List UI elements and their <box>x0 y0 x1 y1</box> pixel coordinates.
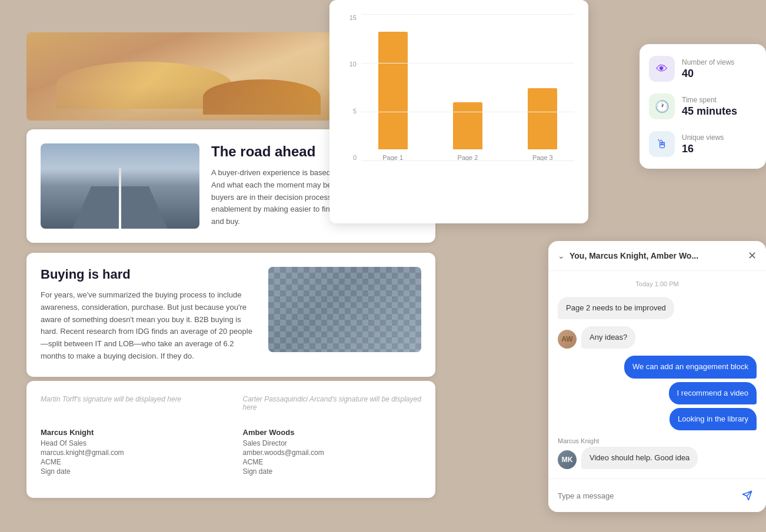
stats-panel: 👁 Number of views 40 🕐 Time spent 45 min… <box>640 44 766 169</box>
views-text: Number of views 40 <box>682 58 757 80</box>
sig2-placeholder: Carter Passaquindici Arcand's signature … <box>243 395 422 411</box>
chat-panel: ⌄ You, Marcus Knight, Amber Wo... ✕ Toda… <box>548 241 766 512</box>
sig1-date: Sign date <box>41 467 219 476</box>
chat-timestamp: Today 1:00 PM <box>558 280 757 287</box>
amber-avatar: AW <box>558 330 577 349</box>
bar-page1 <box>378 32 408 149</box>
time-text: Time spent 45 minutes <box>682 96 757 118</box>
chat-title: You, Marcus Knight, Amber Wo... <box>569 251 698 260</box>
chat-close-button[interactable]: ✕ <box>748 249 757 262</box>
buying-text: For years, we've summarized the buying p… <box>41 289 257 363</box>
signature-details-row: Marcus Knight Head Of Sales marcus.knigh… <box>41 428 421 477</box>
sig1-placeholder: Martin Torff's signature will be display… <box>41 395 219 411</box>
message-recommend-video: I recommend a video <box>669 382 757 404</box>
chat-header: ⌄ You, Marcus Knight, Amber Wo... ✕ <box>548 241 766 271</box>
chat-input-area <box>548 479 766 512</box>
sig1-title: Head Of Sales <box>41 439 219 447</box>
message-library: Looking in the library <box>670 408 757 430</box>
marcus-avatar: MK <box>558 450 577 469</box>
unique-label: Unique views <box>682 133 757 142</box>
sig2-title: Sales Director <box>243 439 422 447</box>
time-label: Time spent <box>682 96 757 104</box>
buying-section: Buying is hard For years, we've summariz… <box>26 253 435 377</box>
bar-label-page3: Page 3 <box>532 154 553 161</box>
bar-group-page3: Page 3 <box>511 88 574 161</box>
y-label-15: 15 <box>349 14 357 21</box>
reply-row: MK Video should help. Good idea <box>558 447 757 469</box>
unique-value: 16 <box>682 143 757 155</box>
stat-time: 🕐 Time spent 45 minutes <box>649 93 757 119</box>
right-messages-group: We can add an engagement block I recomme… <box>558 356 757 430</box>
chat-send-button[interactable] <box>738 486 757 505</box>
sig1-col: Marcus Knight Head Of Sales marcus.knigh… <box>41 428 219 477</box>
bar-page3 <box>528 88 557 149</box>
time-icon: 🕐 <box>649 93 675 119</box>
message-engagement-block: We can add an engagement block <box>624 356 757 378</box>
y-label-5: 5 <box>353 108 357 115</box>
reply-section: Marcus Knight MK Video should help. Good… <box>558 437 757 469</box>
sig2-company: ACME <box>243 458 422 466</box>
bar-label-page2: Page 2 <box>458 154 478 161</box>
bar-group-page1: Page 1 <box>361 32 424 161</box>
bar-page2 <box>453 102 482 149</box>
chart-bars: Page 1 Page 2 Page 3 <box>344 14 574 161</box>
bar-label-page1: Page 1 <box>382 154 403 161</box>
sig1-company: ACME <box>41 458 219 466</box>
signature-section: Martin Torff's signature will be display… <box>26 381 435 498</box>
message-page2-needs: Page 2 needs to be improved <box>558 297 674 319</box>
sig2-col: Amber Woods Sales Director amber.woods@g… <box>243 428 422 477</box>
stat-views: 👁 Number of views 40 <box>649 56 757 82</box>
signature-placeholders-row: Martin Torff's signature will be display… <box>41 395 421 421</box>
time-value: 45 minutes <box>682 105 757 118</box>
road-image <box>41 143 199 229</box>
sig2-date: Sign date <box>243 467 422 476</box>
sig1-name: Marcus Knight <box>41 428 219 437</box>
sig2-name: Amber Woods <box>243 428 422 437</box>
buying-content: Buying is hard For years, we've summariz… <box>41 267 257 363</box>
stat-unique: 🖱 Unique views 16 <box>649 131 757 157</box>
views-label: Number of views <box>682 58 757 66</box>
sig1-email: marcus.knight@gmail.com <box>41 449 219 457</box>
reply-sender-name: Marcus Knight <box>558 437 757 444</box>
bar-group-page2: Page 2 <box>436 102 499 161</box>
views-icon: 👁 <box>649 56 675 82</box>
sig2-email: amber.woods@gmail.com <box>243 449 422 457</box>
views-value: 40 <box>682 68 757 80</box>
y-axis: 15 10 5 0 <box>344 14 361 161</box>
message-video-help: Video should help. Good idea <box>581 447 698 469</box>
message-ideas-row: AW Any ideas? <box>558 326 757 349</box>
chat-collapse-button[interactable]: ⌄ <box>558 251 565 260</box>
desert-image <box>26 32 332 121</box>
unique-icon: 🖱 <box>649 131 675 157</box>
chart-area: 15 10 5 0 Page 1 Page 2 Page 3 <box>344 14 574 179</box>
buying-image <box>268 267 421 352</box>
unique-text: Unique views 16 <box>682 133 757 155</box>
chat-header-left: ⌄ You, Marcus Knight, Amber Wo... <box>558 251 698 260</box>
chat-messages-area: Today 1:00 PM Page 2 needs to be improve… <box>548 271 766 479</box>
buying-title: Buying is hard <box>41 267 257 282</box>
message-any-ideas: Any ideas? <box>581 326 635 349</box>
chat-message-input[interactable] <box>558 491 732 500</box>
chart-panel: 15 10 5 0 Page 1 Page 2 Page 3 <box>329 0 588 223</box>
y-label-0: 0 <box>353 154 357 161</box>
y-label-10: 10 <box>349 61 357 68</box>
